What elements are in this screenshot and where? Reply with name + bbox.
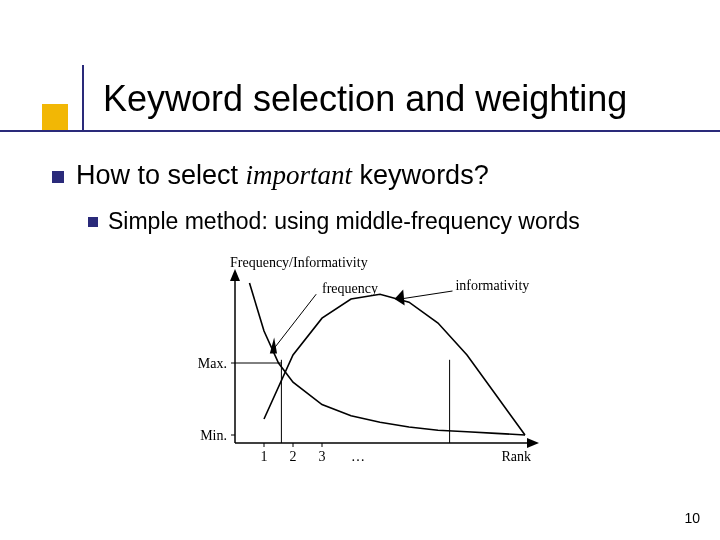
svg-text:frequency: frequency (322, 281, 378, 296)
page-number: 10 (684, 510, 700, 526)
title-horizontal-rule (0, 130, 720, 132)
bullet2-text: Simple method: using middle-frequency wo… (108, 208, 580, 234)
svg-text:2: 2 (290, 449, 297, 464)
svg-marker-2 (230, 269, 240, 281)
svg-marker-25 (395, 289, 405, 305)
svg-text:informativity: informativity (455, 278, 529, 293)
slide-title: Keyword selection and weighting (103, 78, 627, 120)
bullet-level2: Simple method: using middle-frequency wo… (88, 208, 580, 235)
svg-text:1: 1 (261, 449, 268, 464)
bullet1-suffix: keywords? (352, 160, 489, 190)
svg-text:Max.: Max. (198, 356, 227, 371)
title-accent-square (42, 104, 68, 130)
frequency-informativity-chart: Frequency/InformativityMax.Min.123…Rankf… (165, 253, 545, 473)
bullet-square-icon (88, 217, 98, 227)
svg-line-21 (273, 294, 317, 350)
svg-line-24 (400, 291, 452, 299)
svg-text:3: 3 (319, 449, 326, 464)
svg-text:Rank: Rank (501, 449, 531, 464)
svg-text:Frequency/Informativity: Frequency/Informativity (230, 255, 368, 270)
svg-marker-3 (527, 438, 539, 448)
bullet-square-icon (52, 171, 64, 183)
svg-text:…: … (351, 449, 365, 464)
title-vertical-rule (82, 65, 84, 132)
svg-text:Min.: Min. (200, 428, 227, 443)
bullet1-prefix: How to select (76, 160, 246, 190)
bullet1-italic: important (246, 160, 353, 190)
bullet-level1: How to select important keywords? (52, 160, 489, 191)
